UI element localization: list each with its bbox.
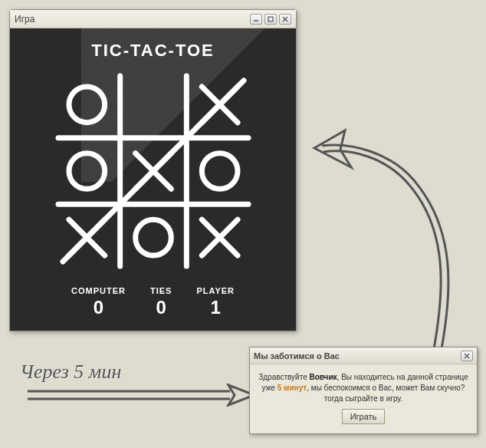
game-title: TIC-TAC-TOE: [22, 41, 284, 61]
window-title: Игра: [15, 14, 250, 25]
dialog-body: Здравствуйте Вовчик, Вы находитесь на да…: [250, 364, 477, 433]
dialog-duration: 5 минут: [277, 384, 307, 392]
svg-rect-1: [268, 17, 273, 21]
score-player-label: PLAYER: [196, 286, 235, 295]
dialog-text-3: , мы беспокоимся о Вас, может Вам скучно…: [307, 384, 465, 403]
titlebar-buttons: [250, 14, 291, 25]
dialog-window: Мы заботимся о Вас Здравствуйте Вовчик, …: [249, 347, 478, 434]
maximize-button[interactable]: [264, 14, 277, 25]
minimize-button[interactable]: [250, 14, 262, 25]
game-body: TIC-TAC-TOE COMPUTER 0 TIES 0 PLAYER 1: [10, 28, 296, 331]
svg-point-8: [69, 87, 105, 123]
score-computer-value: 0: [94, 297, 103, 318]
score-player-value: 1: [211, 297, 221, 318]
titlebar: Игра: [10, 10, 296, 28]
score-ties: TIES 0: [150, 286, 172, 318]
arrow-right-icon: [28, 384, 258, 407]
play-button[interactable]: Играть: [342, 409, 386, 424]
dialog-title: Мы заботимся о Вас: [254, 351, 461, 361]
arrow-icon: [291, 46, 468, 368]
caption-text: Через 5 мин: [20, 361, 121, 384]
dialog-text-1: Здравствуйте: [258, 373, 309, 381]
game-board[interactable]: [54, 71, 253, 271]
scores: COMPUTER 0 TIES 0 PLAYER 1: [22, 286, 284, 318]
score-player: PLAYER 1: [196, 286, 235, 318]
close-icon[interactable]: [461, 351, 473, 361]
svg-point-17: [135, 219, 171, 255]
game-window: Игра TIC-TAC-TOE COMPUTER 0 TIES 0 PLAYE…: [9, 9, 297, 331]
score-ties-value: 0: [156, 297, 166, 318]
svg-point-11: [69, 153, 105, 189]
score-computer: COMPUTER 0: [71, 286, 126, 318]
dialog-titlebar: Мы заботимся о Вас: [250, 348, 477, 364]
dialog-name: Вовчик: [310, 373, 337, 381]
score-ties-label: TIES: [150, 286, 172, 295]
close-button[interactable]: [279, 14, 291, 25]
svg-point-14: [202, 153, 238, 189]
score-computer-label: COMPUTER: [71, 286, 126, 295]
